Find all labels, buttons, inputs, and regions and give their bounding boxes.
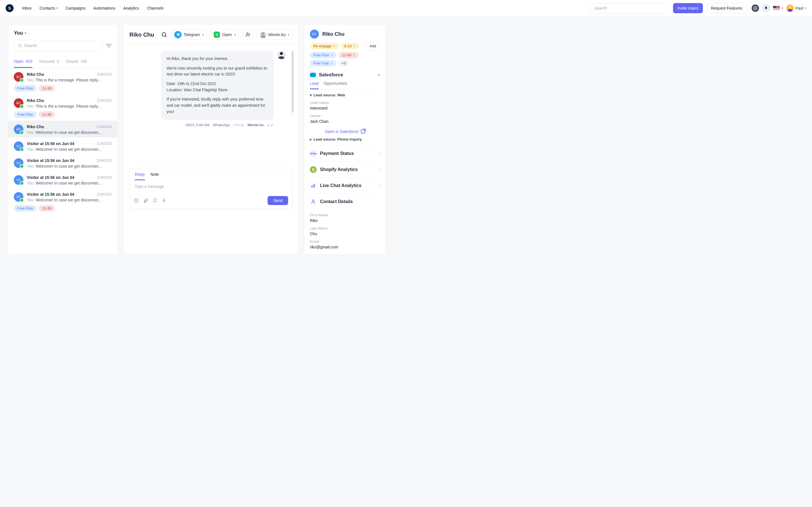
gear-icon[interactable] <box>752 4 759 12</box>
payment-status-section[interactable]: stripe Payment Status › <box>310 145 380 161</box>
invite-users-button[interactable]: Invite Users <box>673 3 703 13</box>
bell-icon[interactable] <box>762 4 770 12</box>
message-text: Hi Riko, thank you for your interest. <box>167 56 268 62</box>
tab-open[interactable]: Open 423 <box>14 59 33 68</box>
tag[interactable]: Free Plan <box>14 111 36 118</box>
contact-details-section[interactable]: Contact Details <box>310 193 380 210</box>
svg-point-1 <box>18 44 21 47</box>
tag-more[interactable]: +3 <box>338 60 349 66</box>
conversation-preview: You: This is the a message. Please reply… <box>27 104 112 108</box>
chevron-down-icon: ▾ <box>56 6 58 10</box>
status-label: Open <box>222 33 232 37</box>
stripe-icon: stripe <box>310 150 317 157</box>
chevron-down-icon: ▾ <box>310 93 312 97</box>
message-text: If you're interested, kindly reply with … <box>167 96 268 115</box>
nav-automations[interactable]: Automations <box>93 6 115 10</box>
tag[interactable]: 11-50 <box>39 111 55 118</box>
emoji-icon[interactable] <box>134 198 139 203</box>
send-button[interactable]: Send <box>267 196 288 205</box>
open-in-salesforce[interactable]: Open in Salesforce <box>310 129 380 134</box>
conversation-date: 21/6/2021 <box>97 142 112 146</box>
tab-open-label: Open <box>14 59 23 64</box>
read-receipt-icon: ✓✓ <box>267 123 274 127</box>
salesforce-section[interactable]: Salesforce ▾ <box>310 72 380 78</box>
bookmark-icon[interactable] <box>153 198 157 203</box>
nav-inbox[interactable]: Inbox <box>22 6 32 10</box>
remove-tag-icon[interactable]: × <box>353 44 356 48</box>
svg-rect-11 <box>163 199 165 201</box>
conversation-name: Visitor at 15:56 on Jun 04 <box>27 158 74 163</box>
tag[interactable]: 6-10× <box>341 43 359 49</box>
remove-tag-icon[interactable]: × <box>331 53 333 57</box>
svg-point-3 <box>162 33 165 36</box>
nav-campaigns[interactable]: Campaigns <box>66 6 86 10</box>
channel-selector[interactable]: Telegram ▾ <box>171 30 207 40</box>
external-link-icon <box>361 129 365 133</box>
nav-contacts[interactable]: Contacts ▾ <box>40 6 57 10</box>
remove-tag-icon[interactable]: × <box>353 53 355 57</box>
mailbox-selector[interactable]: You ▾ <box>14 30 112 36</box>
chevron-down-icon: ▾ <box>805 6 806 10</box>
lead-source-web[interactable]: ▾ Lead source: Web <box>310 93 380 97</box>
tab-closed[interactable]: Closed 749 <box>66 59 87 68</box>
remove-tag-icon[interactable]: × <box>333 44 335 48</box>
conversation-name: Riko Chu <box>27 72 44 76</box>
tag[interactable]: Re-engage× <box>310 43 339 49</box>
assignee-selector[interactable]: Minnie Au ▾ <box>257 30 292 40</box>
svg-line-4 <box>165 36 166 37</box>
reply-input[interactable]: Type a message <box>130 180 292 194</box>
conversation-item[interactable]: VC Visitor at 15:56 on Jun 04 21/6/2021 … <box>8 188 117 214</box>
conversation-item[interactable]: RC Riko Chu 21/6/2021 You: Welcome! In c… <box>8 121 117 137</box>
inbox-search-input[interactable]: Search <box>14 40 102 51</box>
nav-channels[interactable]: Channels <box>147 6 163 10</box>
lead-source-phone[interactable]: ▸ Lead source: Phone Inquiry <box>310 137 380 142</box>
add-collaborator-button[interactable] <box>243 30 253 40</box>
shopify-analytics-section[interactable]: S Shopify Analytics › <box>310 161 380 177</box>
conversation-avatar: VC <box>14 175 23 185</box>
conversation-item[interactable]: VC Visitor at 15:56 on Jun 04 21/6/2021 … <box>8 137 117 154</box>
attachment-icon[interactable] <box>143 198 148 203</box>
conversation-preview: You: Welcome! In case we get disconnec..… <box>27 198 112 202</box>
tag[interactable]: 11-50 <box>39 205 55 212</box>
filter-icon[interactable] <box>106 44 112 47</box>
tag[interactable]: 11-50 <box>39 85 55 92</box>
tag[interactable]: Free Plan× <box>310 52 336 58</box>
status-selector[interactable]: O Open ▾ <box>211 30 239 40</box>
conversation-item[interactable]: RC Riko Chu 21/6/2021 You: This is the a… <box>8 94 117 121</box>
add-tag-button[interactable]: Add <box>366 42 380 50</box>
conversation-item[interactable]: VC Visitor at 15:56 on Jun 04 21/6/2021 … <box>8 171 117 188</box>
tag[interactable]: 11-50× <box>339 52 359 58</box>
sf-tab-lead[interactable]: Lead <box>310 81 319 89</box>
tag[interactable]: Free Plan <box>14 205 36 212</box>
conversation-item[interactable]: VC Visitor at 15:56 on Jun 04 21/6/2021 … <box>8 154 117 171</box>
conversation-preview: You: Welcome! In case we get disconnec..… <box>27 130 112 135</box>
search-input[interactable]: Search <box>591 3 670 13</box>
chevron-down-icon: ▾ <box>288 33 289 36</box>
tag[interactable]: Free Trial× <box>310 60 336 66</box>
locale-selector[interactable]: ▾ <box>773 6 783 10</box>
conversation-name: Riko Chu <box>27 98 44 103</box>
nav-analytics[interactable]: Analytics <box>123 6 139 10</box>
owner-value: Jack Chan <box>310 119 380 124</box>
mic-icon[interactable] <box>162 198 166 203</box>
live-chat-analytics-section[interactable]: Live Chat Analytics › <box>310 177 380 193</box>
tab-snoozed[interactable]: Snoozed 0 <box>39 59 59 68</box>
sf-tab-opportunities[interactable]: Opportunities <box>324 81 347 89</box>
chevron-right-icon: › <box>379 184 380 187</box>
reply-tab[interactable]: Reply <box>135 172 145 180</box>
tag[interactable]: Free Plan <box>14 85 36 92</box>
note-tab[interactable]: Note <box>151 172 159 180</box>
whatsapp-presence-icon <box>20 164 24 168</box>
scrollbar[interactable] <box>292 51 294 161</box>
search-icon[interactable] <box>161 32 167 38</box>
last-name-value: Chu <box>310 231 380 236</box>
remove-tag-icon[interactable]: × <box>331 61 333 65</box>
user-avatar <box>786 4 794 12</box>
svg-point-8 <box>134 199 139 203</box>
request-features-button[interactable]: Request Features <box>706 3 747 13</box>
conversation-item[interactable]: RC Riko Chu 21/6/2021 You: This is the a… <box>8 68 117 94</box>
nav-items: Inbox Contacts ▾ Campaigns Automations A… <box>22 6 163 10</box>
user-menu[interactable]: Paul ▾ <box>786 4 806 12</box>
logo[interactable]: S <box>6 4 13 12</box>
tab-closed-count: 749 <box>80 59 87 64</box>
